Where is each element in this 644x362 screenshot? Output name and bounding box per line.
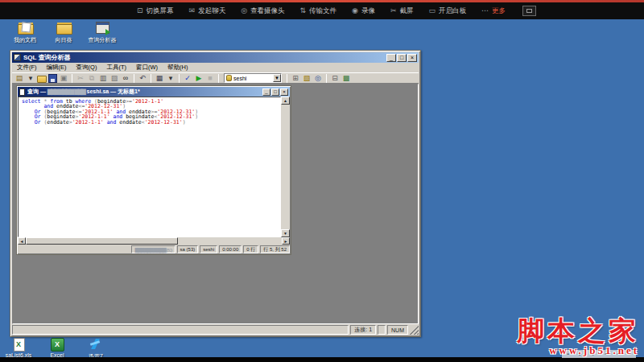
query-title-bar[interactable]: 查询 — ▇▇▇ ▇▇▇ ▇ ▇▇▇ seshi.sa — 无标题1* _ □ … xyxy=(18,87,290,97)
current-activity-button[interactable]: ◎ xyxy=(313,73,323,83)
execute-query-button[interactable]: ▶ xyxy=(194,73,204,83)
toolbar-item-icon: ⊡ xyxy=(137,7,143,14)
insert-template-button[interactable]: ▣ xyxy=(59,73,68,83)
clear-window-button[interactable]: ▨ xyxy=(109,73,119,83)
scroll-right-icon[interactable]: ► xyxy=(282,237,290,245)
menu-help[interactable]: 帮助(H) xyxy=(163,64,192,72)
new-query-button[interactable]: ▤ xyxy=(14,73,24,83)
query-document-window: 查询 — ▇▇▇ ▇▇▇ ▇ ▇▇▇ seshi.sa — 无标题1* _ □ … xyxy=(16,85,291,255)
desktop-icon-query-analyzer[interactable]: 查询分析器 xyxy=(85,22,119,44)
desktop-icon-image xyxy=(93,22,111,35)
fullscreen-button[interactable] xyxy=(522,6,536,16)
toolbar-separator xyxy=(287,74,287,83)
toolbar-item-label: 查看摄像头 xyxy=(250,6,285,16)
minimize-button[interactable]: _ xyxy=(262,88,270,96)
open-button[interactable] xyxy=(37,76,47,83)
menu-query[interactable]: 查询(Q) xyxy=(72,64,102,72)
templates-button[interactable]: ▩ xyxy=(341,73,351,83)
window-title: SQL 查询分析器 xyxy=(23,53,384,62)
desktop-icon-my-documents[interactable]: 我的文档 xyxy=(8,22,42,44)
horizontal-scrollbar[interactable]: ◄ ► xyxy=(18,237,290,245)
desktop-icon-image xyxy=(10,338,27,352)
cut-button[interactable]: ✂ xyxy=(76,73,85,83)
status-segment xyxy=(378,325,386,335)
toolbar-item-icon: ⇅ xyxy=(299,7,306,14)
switch-screen-button[interactable]: ⊡ 切换屏幕 xyxy=(137,6,174,16)
whiteboard-button[interactable]: ▭ 开启白板 xyxy=(428,6,466,16)
stop-button[interactable]: ■ xyxy=(205,73,215,83)
menu-bar: 文件(F)编辑(E)查询(Q)工具(T)窗口(W)帮助(H) xyxy=(12,63,419,72)
database-combo-value: seshi xyxy=(233,76,271,81)
close-button[interactable]: × xyxy=(280,88,288,96)
sql-editor[interactable]: select * from tb where (begindate>='2012… xyxy=(18,97,281,237)
desktop-icon-label: 我的文档 xyxy=(14,36,36,44)
new-query-dropdown[interactable]: ▾ xyxy=(26,73,35,83)
toolbar-item-label: 截屏 xyxy=(399,6,413,16)
scroll-left-icon[interactable]: ◄ xyxy=(18,237,26,245)
status-segment xyxy=(18,245,130,253)
show-plan-button[interactable]: ⊟ xyxy=(330,73,340,83)
desktop-icon-image xyxy=(87,338,105,352)
toolbar-item-label: 切换屏幕 xyxy=(147,6,174,16)
view-camera-button[interactable]: ◎ 查看摄像头 xyxy=(241,6,284,16)
database-icon xyxy=(226,75,232,81)
desktop-icon-image xyxy=(48,338,66,352)
status-segment: 0 行 xyxy=(243,245,258,253)
parse-query-button[interactable]: ✓ xyxy=(183,73,192,83)
scroll-up-icon[interactable]: ▲ xyxy=(281,97,290,105)
toolbar-separator xyxy=(151,74,151,83)
toolbar-separator xyxy=(134,74,134,83)
menu-file[interactable]: 文件(F) xyxy=(12,64,42,72)
scrollbar-thumb[interactable] xyxy=(26,237,178,245)
toolbar-item-icon: ✉ xyxy=(189,7,196,14)
transfer-files-button[interactable]: ⇅ 传输文件 xyxy=(299,6,336,16)
more-button[interactable]: ⋯ 更多 xyxy=(481,6,506,16)
results-mode-dropdown[interactable]: ▾ xyxy=(166,73,175,83)
toolbar-separator xyxy=(326,74,327,83)
maximize-button[interactable]: □ xyxy=(271,88,279,96)
desktop-icon-image xyxy=(55,22,72,35)
chevron-down-icon[interactable]: ▼ xyxy=(273,74,281,82)
query-analyzer-window: SQL 查询分析器 _ □ × 文件(F)编辑(E)查询(Q)工具(T)窗口(W… xyxy=(10,50,421,337)
close-button[interactable]: × xyxy=(407,54,417,62)
maximize-button[interactable]: □ xyxy=(397,54,407,62)
tray-icon: ▪ xyxy=(567,352,568,356)
sql-line: Or (enddate>'2012-1-1' and enddate<'2012… xyxy=(22,120,280,125)
desktop-icon-sunflower[interactable]: 向日葵 xyxy=(47,22,80,44)
toolbar-item-label: 更多 xyxy=(492,6,506,16)
main-status-bar: 连接: 1NUM xyxy=(12,324,419,335)
save-button[interactable] xyxy=(48,74,57,83)
status-segment: 行 5, 列 52 xyxy=(260,245,290,253)
menu-window[interactable]: 窗口(W) xyxy=(131,64,163,72)
start-chat-button[interactable]: ✉ 发起聊天 xyxy=(189,6,226,16)
scroll-down-icon[interactable]: ▼ xyxy=(281,229,290,237)
status-segment: 连接: 1 xyxy=(350,325,376,335)
screenshot-button[interactable]: ✂ 截屏 xyxy=(390,6,414,16)
object-browser-button[interactable]: ⊞ xyxy=(291,73,300,83)
results-mode-button[interactable]: ▦ xyxy=(155,73,164,83)
title-bar[interactable]: SQL 查询分析器 _ □ × xyxy=(12,52,419,63)
minimize-button[interactable]: _ xyxy=(386,54,396,62)
record-button[interactable]: ◉ 录像 xyxy=(352,6,375,16)
copy-button[interactable]: ⧉ xyxy=(87,73,97,83)
vertical-scrollbar[interactable]: ▲ ▼ xyxy=(281,97,290,237)
desktop-icon-label: 查询分析器 xyxy=(89,36,117,44)
system-tray[interactable]: ▪▸♪▪▫▪ xyxy=(562,350,636,358)
object-search-button[interactable]: ▧ xyxy=(302,73,312,83)
status-segment xyxy=(12,325,349,335)
resize-grip[interactable] xyxy=(410,325,419,335)
find-button[interactable]: ∞ xyxy=(121,73,130,83)
toolbar-item-label: 发起聊天 xyxy=(198,6,225,16)
tray-icon: ▪ xyxy=(605,352,606,356)
tray-icon: ▪ xyxy=(629,352,630,356)
paste-button[interactable]: ▥ xyxy=(98,73,108,83)
toolbar-separator xyxy=(218,74,219,83)
toolbar-item-icon: ◎ xyxy=(241,7,247,14)
menu-tools[interactable]: 工具(T) xyxy=(101,64,131,72)
menu-edit[interactable]: 编辑(E) xyxy=(42,64,72,72)
status-segment: 0:00:00 xyxy=(219,245,242,253)
watermark-title: 脚本之家 xyxy=(517,319,639,343)
database-combo[interactable]: seshi▼ xyxy=(224,73,282,83)
toolbar-item-icon: ✂ xyxy=(390,7,397,14)
undo-button[interactable]: ↶ xyxy=(138,73,147,83)
